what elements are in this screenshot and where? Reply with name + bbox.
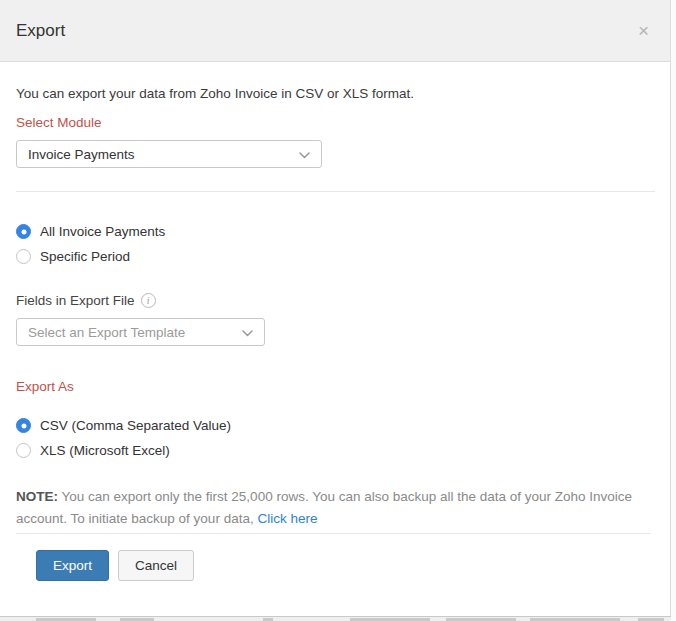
radio-csv[interactable]: CSV (Comma Separated Value) [16, 418, 654, 433]
click-here-link[interactable]: Click here [257, 511, 317, 526]
dialog-body: You can export your data from Zoho Invoi… [0, 86, 670, 581]
export-dialog: Export × You can export your data from Z… [0, 0, 671, 616]
radio-specific-period[interactable]: Specific Period [16, 249, 654, 264]
radio-label: XLS (Microsoft Excel) [40, 443, 170, 458]
button-row: Export Cancel [36, 550, 654, 581]
chevron-down-icon [299, 147, 310, 162]
intro-text: You can export your data from Zoho Invoi… [16, 86, 654, 101]
radio-label: All Invoice Payments [40, 224, 165, 239]
select-module-label: Select Module [16, 115, 654, 130]
screen: Export × You can export your data from Z… [0, 0, 676, 621]
radio-label: CSV (Comma Separated Value) [40, 418, 231, 433]
chevron-down-icon [242, 325, 253, 340]
fields-in-export-file-label: Fields in Export File i [16, 293, 654, 308]
export-as-label: Export As [16, 379, 654, 394]
background-page-peek [0, 616, 671, 621]
radio-button-icon[interactable] [16, 443, 31, 458]
note-body: You can export only the first 25,000 row… [16, 489, 632, 526]
radio-all-invoice-payments[interactable]: All Invoice Payments [16, 224, 654, 239]
radio-xls[interactable]: XLS (Microsoft Excel) [16, 443, 654, 458]
footer-divider [16, 533, 651, 534]
dialog-title: Export [16, 21, 65, 41]
radio-button-icon[interactable] [16, 224, 31, 239]
export-template-placeholder: Select an Export Template [28, 325, 185, 340]
close-icon[interactable]: × [638, 21, 649, 40]
radio-button-icon[interactable] [16, 418, 31, 433]
info-icon[interactable]: i [141, 293, 156, 308]
note-prefix: NOTE: [16, 489, 58, 504]
radio-button-icon[interactable] [16, 249, 31, 264]
export-template-select[interactable]: Select an Export Template [16, 318, 265, 346]
module-select-value: Invoice Payments [28, 147, 135, 162]
dialog-header: Export × [0, 0, 670, 62]
note-text: NOTE: You can export only the first 25,0… [16, 486, 658, 530]
cancel-button[interactable]: Cancel [118, 550, 194, 581]
export-button[interactable]: Export [36, 550, 109, 581]
section-divider [16, 191, 655, 192]
fields-label-text: Fields in Export File [16, 293, 135, 308]
radio-label: Specific Period [40, 249, 130, 264]
module-select[interactable]: Invoice Payments [16, 140, 322, 168]
